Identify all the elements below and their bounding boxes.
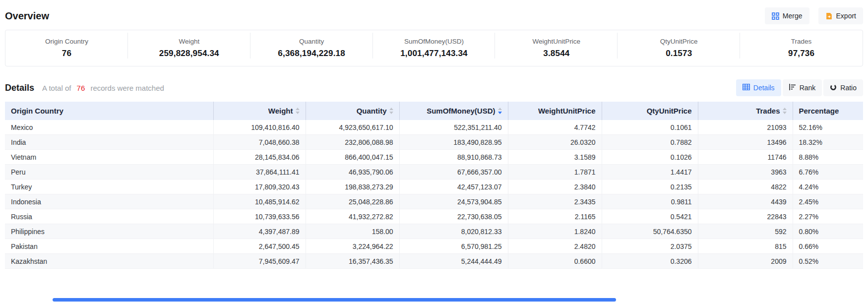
page-header: Overview Merge Export <box>5 0 863 30</box>
stat-label: Quantity <box>250 38 373 45</box>
cell-origin-country: Pakistan <box>5 239 213 254</box>
cell-trades: 2009 <box>698 254 793 269</box>
stat-label: Trades <box>740 38 863 45</box>
cell-weight: 2,647,500.45 <box>213 239 306 254</box>
overview-stat-qtyunitprice: QtyUnitPrice0.1573 <box>618 38 740 59</box>
view-switcher: DetailsRankRatio <box>736 79 863 96</box>
cell-weightunitprice: 0.6600 <box>508 254 602 269</box>
cell-origin-country: Peru <box>5 165 213 180</box>
column-label: Origin Country <box>11 107 63 115</box>
stat-value: 97,736 <box>740 49 863 59</box>
cell-qtyunitprice: 0.1061 <box>602 120 698 135</box>
overview-stat-weightunitprice: WeightUnitPrice3.8544 <box>495 38 618 59</box>
sort-carets-icon[interactable] <box>783 108 787 114</box>
column-label: Quantity <box>357 107 387 115</box>
table-row-russia: Russia10,739,633.5641,932,272.8222,730,6… <box>5 209 863 224</box>
table-header-row: Origin CountryWeightQuantitySumOfMoney(U… <box>5 102 863 120</box>
cell-percentage: 8.88% <box>793 150 863 165</box>
sort-carets-icon[interactable] <box>296 108 300 114</box>
cell-percentage: 0.80% <box>793 224 863 239</box>
cell-percentage: 2.27% <box>793 209 863 224</box>
cell-sumofmoney-usd: 8,020,812.33 <box>399 224 508 239</box>
cell-trades: 3963 <box>698 165 793 180</box>
donut-pie-icon <box>830 84 837 92</box>
cell-trades: 815 <box>698 239 793 254</box>
overview-page: Overview Merge Export Origin Country76We… <box>0 0 868 269</box>
table-icon <box>743 84 750 92</box>
cell-weight: 7,048,660.38 <box>213 135 306 150</box>
cell-weightunitprice: 2.3435 <box>508 194 602 209</box>
export-button[interactable]: Export <box>818 7 863 24</box>
cell-percentage: 0.52% <box>793 254 863 269</box>
header-actions: Merge Export <box>765 7 863 24</box>
column-header-weight[interactable]: Weight <box>213 102 306 120</box>
cell-percentage: 52.16% <box>793 120 863 135</box>
column-label: SumOfMoney(USD) <box>427 107 495 115</box>
details-header: Details A total of 76 records were match… <box>5 78 863 97</box>
cell-sumofmoney-usd: 5,244,444.49 <box>399 254 508 269</box>
cell-trades: 22843 <box>698 209 793 224</box>
merge-button[interactable]: Merge <box>765 7 809 24</box>
cell-weight: 7,945,609.47 <box>213 254 306 269</box>
stat-value: 259,828,954.34 <box>128 49 250 59</box>
column-label: Percentage <box>799 107 839 115</box>
view-tab-details[interactable]: Details <box>736 79 781 96</box>
stat-value: 3.8544 <box>495 49 618 59</box>
cell-weight: 10,739,633.56 <box>213 209 306 224</box>
column-header-trades[interactable]: Trades <box>698 102 793 120</box>
view-tab-label: Ratio <box>840 84 857 92</box>
cell-origin-country: Mexico <box>5 120 213 135</box>
table-row-turkey: Turkey17,809,320.43198,838,273.2942,457,… <box>5 180 863 194</box>
cell-qtyunitprice: 0.5421 <box>602 209 698 224</box>
overview-stat-origin-country: Origin Country76 <box>5 38 128 59</box>
view-tab-ratio[interactable]: Ratio <box>823 79 863 96</box>
cell-qtyunitprice: 2.0375 <box>602 239 698 254</box>
cell-weight: 17,809,320.43 <box>213 180 306 194</box>
cell-trades: 4439 <box>698 194 793 209</box>
cell-weightunitprice: 4.7742 <box>508 120 602 135</box>
cell-quantity: 16,357,436.35 <box>306 254 399 269</box>
column-header-sumofmoney-usd[interactable]: SumOfMoney(USD) <box>399 102 508 120</box>
cell-quantity: 46,935,790.06 <box>306 165 399 180</box>
cell-weight: 28,145,834.06 <box>213 150 306 165</box>
table-row-vietnam: Vietnam28,145,834.06866,400,047.1588,910… <box>5 150 863 165</box>
cell-origin-country: Philippines <box>5 224 213 239</box>
cell-trades: 21093 <box>698 120 793 135</box>
cell-origin-country: Indonesia <box>5 194 213 209</box>
details-title: Details <box>5 83 34 93</box>
cell-origin-country: Turkey <box>5 180 213 194</box>
view-tab-rank[interactable]: Rank <box>783 79 822 96</box>
column-header-quantity[interactable]: Quantity <box>306 102 399 120</box>
stat-label: Origin Country <box>5 38 128 45</box>
stat-value: 1,001,477,143.34 <box>373 49 496 59</box>
cell-quantity: 41,932,272.82 <box>306 209 399 224</box>
cell-quantity: 158.00 <box>306 224 399 239</box>
cell-quantity: 198,838,273.29 <box>306 180 399 194</box>
cell-origin-country: Vietnam <box>5 150 213 165</box>
cell-qtyunitprice: 50,764.6350 <box>602 224 698 239</box>
cell-qtyunitprice: 0.7882 <box>602 135 698 150</box>
overview-stat-quantity: Quantity6,368,194,229.18 <box>250 38 373 59</box>
sort-carets-icon[interactable] <box>389 108 393 114</box>
rank-bars-icon <box>789 84 796 92</box>
export-icon <box>825 12 833 20</box>
stat-value: 76 <box>5 49 128 59</box>
column-header-qtyunitprice: QtyUnitPrice <box>602 102 698 120</box>
cell-percentage: 0.66% <box>793 239 863 254</box>
cell-qtyunitprice: 0.3206 <box>602 254 698 269</box>
merge-icon <box>772 12 779 20</box>
cell-quantity: 3,224,964.22 <box>306 239 399 254</box>
cell-percentage: 2.45% <box>793 194 863 209</box>
column-header-weightunitprice: WeightUnitPrice <box>508 102 602 120</box>
cell-origin-country: Russia <box>5 209 213 224</box>
cell-sumofmoney-usd: 24,573,904.85 <box>399 194 508 209</box>
cell-sumofmoney-usd: 42,457,123.07 <box>399 180 508 194</box>
cell-origin-country: India <box>5 135 213 150</box>
table-row-kazakhstan: Kazakhstan7,945,609.4716,357,436.355,244… <box>5 254 863 269</box>
sort-carets-icon[interactable] <box>498 108 502 114</box>
cell-sumofmoney-usd: 522,351,211.40 <box>399 120 508 135</box>
cell-percentage: 6.76% <box>793 165 863 180</box>
horizontal-scrollbar-thumb[interactable] <box>53 298 616 302</box>
cell-qtyunitprice: 0.2135 <box>602 180 698 194</box>
table-row-philippines: Philippines4,397,487.89158.008,020,812.3… <box>5 224 863 239</box>
